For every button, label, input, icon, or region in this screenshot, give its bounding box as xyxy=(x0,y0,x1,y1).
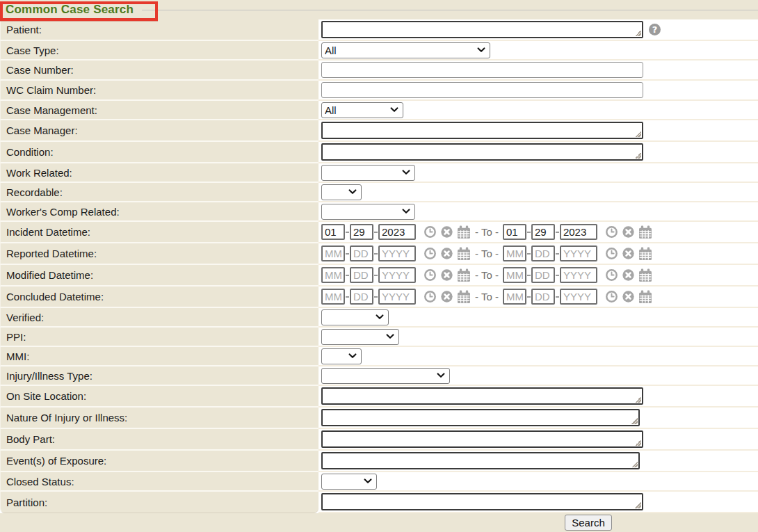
nature-of-injury-textarea[interactable] xyxy=(321,409,640,426)
form-row-closed-status: Closed Status: xyxy=(0,472,758,492)
verified-select[interactable] xyxy=(321,309,389,325)
concluded-datetime-to-dd-input[interactable] xyxy=(531,289,555,305)
body-part-control-cell xyxy=(318,429,758,451)
incident-datetime-from-mm-input[interactable] xyxy=(321,224,345,240)
case-manager-textarea[interactable] xyxy=(321,122,643,139)
date-separator-dash xyxy=(346,296,349,298)
partition-label: Partition: xyxy=(0,492,318,513)
incident-datetime-to-mm-input[interactable] xyxy=(503,224,526,240)
calendar-icon[interactable] xyxy=(638,268,652,282)
case-type-select[interactable]: All xyxy=(321,42,490,58)
clear-date-icon[interactable] xyxy=(622,268,635,282)
concluded-datetime-to-mm-input[interactable] xyxy=(503,289,526,305)
date-separator-dash xyxy=(527,275,531,276)
time-picker-icon[interactable] xyxy=(424,290,437,303)
date-separator-dash xyxy=(556,232,559,233)
ppi-label: PPI: xyxy=(0,328,318,347)
condition-textarea[interactable] xyxy=(321,143,643,161)
case-number-label: Case Number: xyxy=(0,61,318,81)
clear-date-icon[interactable] xyxy=(622,247,635,260)
events-of-exposure-textarea[interactable] xyxy=(321,452,640,469)
incident-datetime-label: Incident Datetime: xyxy=(0,222,318,243)
form-row-on-site-location: On Site Location: xyxy=(0,386,758,408)
modified-datetime-to-dd-input[interactable] xyxy=(531,267,555,283)
concluded-datetime-to-yyyy-input[interactable] xyxy=(560,289,597,305)
on-site-location-textarea[interactable] xyxy=(321,387,643,405)
time-picker-icon[interactable] xyxy=(605,268,618,282)
clear-date-icon[interactable] xyxy=(440,225,453,239)
form-row-case-manager: Case Manager: xyxy=(0,120,758,142)
modified-datetime-from-dd-input[interactable] xyxy=(350,267,373,283)
events-of-exposure-textarea-wrap xyxy=(321,452,640,469)
work-related-select[interactable] xyxy=(321,165,415,181)
reported-datetime-from-mm-input[interactable] xyxy=(321,245,345,261)
time-picker-icon[interactable] xyxy=(424,247,437,260)
reported-datetime-to-mm-input[interactable] xyxy=(503,245,526,261)
incident-datetime-from-dd-input[interactable] xyxy=(350,224,373,240)
modified-datetime-from-yyyy-input[interactable] xyxy=(378,267,416,283)
help-icon[interactable]: ? xyxy=(649,24,661,35)
calendar-icon[interactable] xyxy=(638,247,652,261)
recordable-label: Recordable: xyxy=(0,183,318,202)
chevron-down-icon xyxy=(477,47,485,53)
time-picker-icon[interactable] xyxy=(605,225,618,239)
date-separator-dash xyxy=(374,275,378,276)
search-button[interactable]: Search xyxy=(565,515,612,531)
calendar-icon[interactable] xyxy=(638,225,652,239)
calendar-icon[interactable] xyxy=(457,247,471,261)
incident-datetime-from-yyyy-input[interactable] xyxy=(378,224,416,240)
patient-control-cell: ? xyxy=(318,19,758,41)
chevron-down-icon xyxy=(386,334,394,339)
clear-date-icon[interactable] xyxy=(440,290,453,303)
clear-date-icon[interactable] xyxy=(622,225,635,239)
patient-textarea[interactable] xyxy=(321,21,643,38)
chevron-down-icon xyxy=(348,189,357,195)
partition-textarea[interactable] xyxy=(321,493,643,510)
time-picker-icon[interactable] xyxy=(424,225,437,239)
date-separator-dash xyxy=(556,275,559,276)
closed-status-select[interactable] xyxy=(321,474,377,490)
clear-date-icon[interactable] xyxy=(622,290,635,303)
date-range-to-label: - To - xyxy=(475,226,499,238)
page-title: Common Case Search xyxy=(0,3,134,17)
concluded-datetime-from-mm-input[interactable] xyxy=(321,289,345,305)
calendar-icon[interactable] xyxy=(457,268,471,282)
mmi-select[interactable] xyxy=(321,348,362,364)
events-of-exposure-control-cell xyxy=(318,451,758,472)
condition-textarea-wrap xyxy=(321,143,643,161)
case-management-control-cell: All xyxy=(318,101,758,120)
calendar-icon[interactable] xyxy=(638,290,652,304)
body-part-textarea[interactable] xyxy=(321,430,643,448)
case-number-input[interactable] xyxy=(321,62,643,78)
reported-datetime-to-yyyy-input[interactable] xyxy=(560,245,597,261)
modified-datetime-from-mm-input[interactable] xyxy=(321,267,345,283)
incident-datetime-to-dd-input[interactable] xyxy=(531,224,555,240)
events-of-exposure-label: Event(s) of Exposure: xyxy=(0,451,318,472)
clear-date-icon[interactable] xyxy=(440,247,453,260)
closed-status-control-cell xyxy=(318,472,758,492)
time-picker-icon[interactable] xyxy=(424,268,437,282)
date-separator-dash xyxy=(527,253,531,255)
concluded-datetime-from-dd-input[interactable] xyxy=(350,289,373,305)
clear-date-icon[interactable] xyxy=(440,268,453,282)
incident-datetime-to-yyyy-input[interactable] xyxy=(560,224,597,240)
form-row-verified: Verified: xyxy=(0,308,758,328)
recordable-select[interactable] xyxy=(321,184,362,200)
reported-datetime-control-cell: - To - xyxy=(318,243,758,265)
verified-label: Verified: xyxy=(0,308,318,328)
reported-datetime-from-yyyy-input[interactable] xyxy=(378,245,416,261)
calendar-icon[interactable] xyxy=(457,225,471,239)
calendar-icon[interactable] xyxy=(457,290,471,304)
wc-claim-number-input[interactable] xyxy=(321,82,643,98)
concluded-datetime-from-yyyy-input[interactable] xyxy=(378,289,416,305)
time-picker-icon[interactable] xyxy=(605,247,618,260)
modified-datetime-to-yyyy-input[interactable] xyxy=(560,267,597,283)
modified-datetime-to-mm-input[interactable] xyxy=(503,267,526,283)
case-management-select[interactable]: All xyxy=(321,102,403,118)
injury-illness-type-select[interactable] xyxy=(321,368,450,384)
time-picker-icon[interactable] xyxy=(605,290,618,303)
workers-comp-related-select[interactable] xyxy=(321,204,415,220)
reported-datetime-from-dd-input[interactable] xyxy=(350,245,373,261)
reported-datetime-to-dd-input[interactable] xyxy=(531,245,555,261)
ppi-select[interactable] xyxy=(321,329,399,345)
